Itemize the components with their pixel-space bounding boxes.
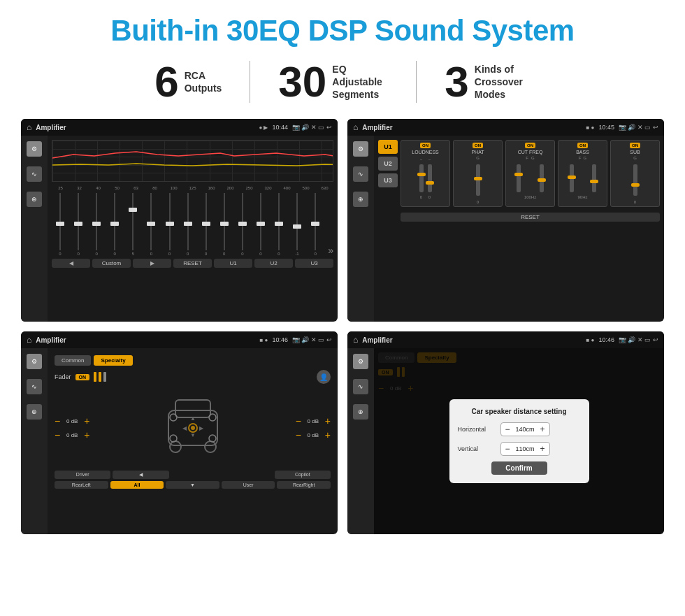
loudness-slider2[interactable] — [428, 164, 432, 192]
fader-down-arrow[interactable]: ▼ — [166, 481, 219, 489]
eq-reset-btn[interactable]: RESET — [173, 259, 212, 268]
dialog-sidebar-icon-2[interactable]: ∿ — [353, 379, 368, 394]
bass-slider2[interactable] — [592, 164, 596, 192]
eq-slider-7[interactable]: 0 — [161, 193, 178, 256]
dialog-topbar-title: Amplifier — [362, 336, 582, 344]
eq-u1-btn[interactable]: U1 — [214, 259, 252, 268]
vol-plus-3[interactable]: + — [325, 415, 331, 427]
eq-handle-2 — [74, 222, 82, 226]
crossover-home-icon[interactable]: ⌂ — [353, 122, 358, 132]
vol-plus-4[interactable]: + — [325, 429, 331, 440]
vol-plus-2[interactable]: + — [84, 429, 89, 440]
eq-u2-btn[interactable]: U2 — [254, 259, 293, 268]
phat-label: PHAT — [456, 150, 499, 155]
eq-sidebar-icon-2[interactable]: ∿ — [27, 166, 42, 182]
dialog-topbar-time: 10:46 — [598, 336, 614, 343]
vol-minus-1[interactable]: − — [55, 415, 60, 427]
eq-slider-5[interactable]: 5 — [124, 193, 141, 256]
eq-slider-11[interactable]: 0 — [234, 193, 251, 256]
dialog-topbar-icons: 📷 🔊 ✕ ▭ ↩ — [619, 336, 658, 343]
stat-eq-text: EQ AdjustableSegments — [332, 63, 388, 101]
eq-custom-btn[interactable]: Custom — [92, 259, 131, 268]
sub-slider[interactable] — [633, 164, 637, 196]
vol-plus-1[interactable]: + — [84, 415, 89, 427]
eq-prev-btn[interactable]: ◀ — [52, 259, 90, 268]
loudness-slider[interactable] — [419, 164, 424, 192]
dialog-horizontal-plus[interactable]: + — [540, 424, 545, 434]
vol-minus-4[interactable]: − — [296, 429, 301, 440]
eq-slider-13[interactable]: 0 — [271, 193, 287, 256]
eq-track-3 — [96, 193, 97, 250]
phat-on-badge: ON — [473, 143, 483, 148]
bass-slider1[interactable] — [570, 164, 574, 192]
crossover-u2-btn[interactable]: U2 — [378, 157, 398, 171]
crossover-reset-btn[interactable]: RESET — [401, 213, 660, 222]
cutfreq-slider1[interactable] — [517, 164, 521, 192]
crossover-screen-card: ⌂ Amplifier ■ ● 10:45 📷 🔊 ✕ ▭ ↩ ⚙ ∿ ⊕ U1… — [347, 119, 664, 322]
eq-home-icon[interactable]: ⌂ — [27, 122, 31, 132]
phat-slider[interactable] — [476, 164, 480, 196]
fader-home-icon[interactable]: ⌂ — [27, 335, 31, 345]
dialog-sidebar-icon-3[interactable]: ⊕ — [353, 404, 368, 420]
dialog-vertical-plus[interactable]: + — [540, 444, 545, 454]
vol-val-1: 0 dB — [62, 418, 82, 424]
vol-minus-2[interactable]: − — [55, 429, 60, 440]
rearright-btn[interactable]: RearRight — [277, 481, 331, 489]
fader-on-pill[interactable]: ON — [75, 374, 90, 380]
screens-grid: ⌂ Amplifier ● ▶ 10:44 📷 🔊 ✕ ▭ ↩ ⚙ ∿ ⊕ — [21, 119, 664, 534]
eq-u3-btn[interactable]: U3 — [295, 259, 333, 268]
eq-slider-1[interactable]: 0 — [52, 193, 68, 256]
fader-left-arrow[interactable]: ◀ — [113, 471, 168, 479]
eq-track-14 — [296, 193, 298, 250]
eq-slider-8[interactable]: 0 — [180, 193, 196, 256]
rearleft-btn[interactable]: RearLeft — [55, 481, 108, 489]
eq-main: 25 32 40 50 63 80 100 125 160 200 250 32… — [48, 136, 338, 322]
crossover-u3-btn[interactable]: U3 — [378, 173, 398, 187]
eq-slider-12[interactable]: 0 — [252, 193, 269, 256]
fader-sidebar: ⚙ ∿ ⊕ — [21, 348, 48, 534]
fader-tab-common[interactable]: Common — [55, 355, 91, 366]
cutfreq-slider2[interactable] — [540, 164, 544, 192]
dialog-home-icon[interactable]: ⌂ — [353, 335, 358, 345]
bass-label: BASS — [561, 150, 604, 155]
eq-slider-2[interactable]: 0 — [70, 193, 87, 256]
vol-minus-3[interactable]: − — [296, 415, 301, 427]
fader-avatar-btn[interactable]: 👤 — [317, 370, 331, 384]
driver-btn[interactable]: Driver — [55, 471, 110, 479]
eq-slider-15[interactable]: 0 — [307, 193, 324, 256]
all-btn[interactable]: All — [110, 481, 164, 489]
eq-slider-6[interactable]: 0 — [143, 193, 159, 256]
fader-sidebar-icon-1[interactable]: ⚙ — [27, 354, 42, 369]
eq-slider-10[interactable]: 0 — [216, 193, 233, 256]
eq-curve-svg — [52, 141, 333, 181]
user-btn[interactable]: User — [222, 481, 275, 489]
fader-topbar-time: 10:46 — [272, 336, 288, 343]
dialog-screen-body: ⚙ ∿ ⊕ Common Specialty ON — [347, 348, 664, 534]
fader-sidebar-icon-2[interactable]: ∿ — [27, 379, 42, 394]
eq-next-btn[interactable]: ▶ — [133, 259, 171, 268]
eq-track-11 — [242, 193, 243, 250]
speaker-grid: − 0 dB + − 0 dB + — [55, 389, 331, 466]
dialog-vertical-minus[interactable]: − — [505, 444, 510, 454]
eq-slider-4[interactable]: 0 — [106, 193, 123, 256]
stat-eq: 30 EQ AdjustableSegments — [250, 60, 416, 103]
crossover-u1-btn[interactable]: U1 — [378, 140, 398, 154]
dialog-horizontal-minus[interactable]: − — [505, 424, 510, 434]
freq-400: 400 — [278, 186, 296, 190]
copilot-btn[interactable]: Copilot — [275, 471, 331, 479]
eq-slider-3[interactable]: 0 — [88, 193, 105, 256]
crossover-sidebar-icon-2[interactable]: ∿ — [353, 166, 368, 182]
dialog-sidebar-icon-1[interactable]: ⚙ — [353, 354, 368, 369]
eq-sidebar-icon-3[interactable]: ⊕ — [27, 192, 42, 207]
fader-tab-specialty[interactable]: Specialty — [94, 355, 132, 366]
dialog-confirm-button[interactable]: Confirm — [491, 461, 547, 475]
cutfreq-handle1 — [514, 173, 523, 176]
eq-slider-9[interactable]: 0 — [198, 193, 215, 256]
crossover-sidebar-icon-1[interactable]: ⚙ — [353, 141, 368, 157]
eq-slider-14[interactable]: -1 — [289, 193, 305, 256]
crossover-sidebar-icon-3[interactable]: ⊕ — [353, 192, 368, 207]
fader-sidebar-icon-3[interactable]: ⊕ — [27, 404, 42, 420]
eq-sidebar-icon-1[interactable]: ⚙ — [27, 141, 42, 157]
eq-graph — [52, 140, 333, 182]
eq-handle-11 — [238, 222, 247, 226]
